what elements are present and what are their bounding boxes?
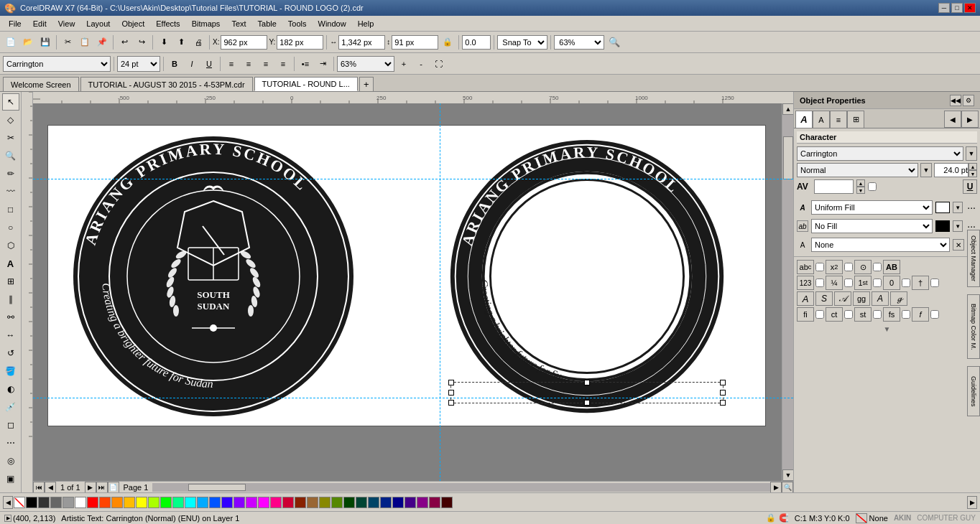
kern-checkbox[interactable] bbox=[868, 182, 877, 191]
palette-pink[interactable] bbox=[258, 497, 269, 508]
bullet-button[interactable]: •≡ bbox=[297, 56, 313, 72]
palette-dk-blue[interactable] bbox=[392, 497, 404, 508]
subscript-check[interactable] bbox=[815, 263, 824, 271]
tool-polygon[interactable]: ⬡ bbox=[2, 237, 19, 254]
menu-object[interactable]: Object bbox=[116, 18, 150, 29]
fill-type-select[interactable]: Uniform Fill Linear Radial No Fill bbox=[811, 200, 933, 215]
expand-format-btn[interactable]: ▼ bbox=[797, 323, 977, 334]
palette-crimson[interactable] bbox=[282, 497, 294, 508]
font-dropdown-btn[interactable]: ▼ bbox=[966, 146, 977, 161]
tab-frames[interactable]: ⊞ bbox=[847, 111, 864, 128]
tool-contour[interactable]: ◎ bbox=[2, 452, 19, 469]
tool-table[interactable]: ⊞ bbox=[2, 273, 19, 290]
menu-edit[interactable]: Edit bbox=[27, 18, 52, 29]
format-cursive-a-btn[interactable]: 𝒜 bbox=[834, 291, 851, 306]
tool-dimension[interactable]: ↔ bbox=[2, 327, 19, 344]
palette-scroll-left[interactable]: ◀ bbox=[3, 496, 13, 509]
maximize-button[interactable]: □ bbox=[951, 3, 963, 13]
scroll-track-h[interactable] bbox=[152, 483, 770, 492]
tool-rectangle[interactable]: □ bbox=[2, 201, 19, 218]
st-check[interactable] bbox=[873, 310, 882, 319]
page-canvas[interactable]: ARIANG PRIMARY SCHOOL Creating a brighte… bbox=[47, 125, 766, 426]
tool-parallel[interactable]: ∥ bbox=[2, 291, 19, 308]
font-style-select[interactable]: Normal Bold Italic Bold Italic bbox=[797, 163, 918, 177]
char-style-x-btn[interactable]: ✕ bbox=[953, 239, 964, 251]
align-justify-button[interactable]: ≡ bbox=[275, 56, 291, 72]
fi-check[interactable] bbox=[815, 310, 824, 319]
palette-white[interactable] bbox=[75, 497, 86, 508]
menu-table[interactable]: Table bbox=[252, 18, 282, 29]
palette-orange[interactable] bbox=[111, 497, 123, 508]
zoom-in-button[interactable]: 🔍 bbox=[606, 34, 623, 50]
palette-hot-pink[interactable] bbox=[270, 497, 282, 508]
format-sup1-btn[interactable]: 1st bbox=[854, 276, 872, 290]
close-button[interactable]: ✕ bbox=[964, 3, 976, 13]
tab-tutorial1[interactable]: TUTORIAL - AUGUST 30 2015 - 4-53PM.cdr bbox=[80, 77, 253, 91]
palette-indigo[interactable] bbox=[221, 497, 233, 508]
height-input[interactable] bbox=[392, 35, 438, 50]
x-coord-input[interactable] bbox=[221, 35, 267, 50]
copy-button[interactable]: 📋 bbox=[77, 34, 93, 50]
f-check[interactable] bbox=[930, 310, 939, 319]
cut-button[interactable]: ✂ bbox=[60, 34, 75, 50]
palette-red[interactable] bbox=[87, 497, 98, 508]
scroll-thumb-v[interactable] bbox=[783, 136, 793, 179]
page-back-btn[interactable]: ◀ bbox=[45, 482, 56, 493]
dagger-check[interactable] bbox=[930, 279, 939, 287]
tool-transform[interactable]: ↺ bbox=[2, 345, 19, 362]
menu-view[interactable]: View bbox=[52, 18, 81, 29]
menu-effects[interactable]: Effects bbox=[150, 18, 185, 29]
palette-blue[interactable] bbox=[209, 497, 221, 508]
align-left-button[interactable]: ≡ bbox=[223, 56, 239, 72]
tool-text[interactable]: A bbox=[2, 255, 19, 272]
tool-blend[interactable]: ⋯ bbox=[2, 434, 19, 452]
tab-char-format[interactable]: A bbox=[795, 111, 813, 128]
tool-connector[interactable]: ⚯ bbox=[2, 309, 19, 326]
char-style-select[interactable]: None bbox=[811, 238, 950, 252]
kerning-input[interactable] bbox=[814, 179, 854, 194]
palette-gray[interactable] bbox=[50, 497, 62, 508]
format-zero-btn[interactable]: 0 bbox=[883, 276, 900, 290]
menu-bitmaps[interactable]: Bitmaps bbox=[186, 18, 226, 29]
format-fs-btn[interactable]: fs bbox=[883, 307, 900, 322]
frac-check[interactable] bbox=[844, 279, 853, 287]
undo-button[interactable]: ↩ bbox=[116, 34, 132, 50]
palette-blue-cyan[interactable] bbox=[197, 497, 208, 508]
scroll-up-button[interactable]: ▲ bbox=[782, 103, 793, 115]
palette-lime[interactable] bbox=[331, 497, 343, 508]
format-superscript-btn[interactable]: x2 bbox=[826, 260, 843, 274]
redo-button[interactable]: ↪ bbox=[134, 34, 149, 50]
ct-check[interactable] bbox=[844, 310, 853, 319]
scroll-right-btn[interactable]: ▶ bbox=[770, 482, 782, 493]
format-dagger-btn[interactable]: † bbox=[912, 276, 929, 290]
format-gg-btn[interactable]: gg bbox=[853, 291, 870, 306]
horizontal-scrollbar[interactable]: ⏮ ◀ 1 of 1 ▶ ⏭ 📄 Page 1 ▶ 🔍 bbox=[33, 481, 793, 492]
tab-char-style[interactable]: A bbox=[813, 111, 830, 128]
tool-fill[interactable]: 🪣 bbox=[2, 362, 19, 380]
page-last-btn[interactable]: ⏭ bbox=[96, 482, 108, 493]
format-st-btn[interactable]: st bbox=[854, 307, 872, 322]
tab-paragraph[interactable]: ≡ bbox=[830, 111, 847, 128]
tool-shadow[interactable]: ▣ bbox=[2, 470, 19, 487]
format-ct-btn[interactable]: ct bbox=[826, 307, 843, 322]
save-button[interactable]: 💾 bbox=[37, 34, 53, 50]
fill-color-dropdown[interactable]: ▼ bbox=[953, 202, 963, 213]
tab-welcome[interactable]: Welcome Screen bbox=[3, 77, 79, 91]
tool-select[interactable]: ↖ bbox=[2, 93, 19, 111]
style-dropdown-btn[interactable]: ▼ bbox=[920, 163, 932, 177]
scroll-down-button[interactable]: ▼ bbox=[782, 469, 793, 481]
underline-button[interactable]: U bbox=[201, 56, 217, 72]
palette-yellow-green[interactable] bbox=[148, 497, 160, 508]
bitmap-color-tab[interactable]: Bitmap Color M. bbox=[967, 294, 980, 359]
palette-teal[interactable] bbox=[356, 497, 367, 508]
format-lrg-a-btn[interactable]: A bbox=[797, 291, 814, 306]
format-circle-btn[interactable]: ⊙ bbox=[854, 260, 872, 274]
width-input[interactable] bbox=[338, 35, 385, 50]
palette-magenta[interactable] bbox=[246, 497, 257, 508]
palette-cyan[interactable] bbox=[185, 497, 196, 508]
format-fi-btn[interactable]: fi bbox=[797, 307, 814, 322]
menu-text[interactable]: Text bbox=[226, 18, 251, 29]
open-button[interactable]: 📂 bbox=[20, 34, 36, 50]
format-123-btn[interactable]: 123 bbox=[797, 276, 814, 290]
indent-button[interactable]: ⇥ bbox=[315, 56, 330, 72]
